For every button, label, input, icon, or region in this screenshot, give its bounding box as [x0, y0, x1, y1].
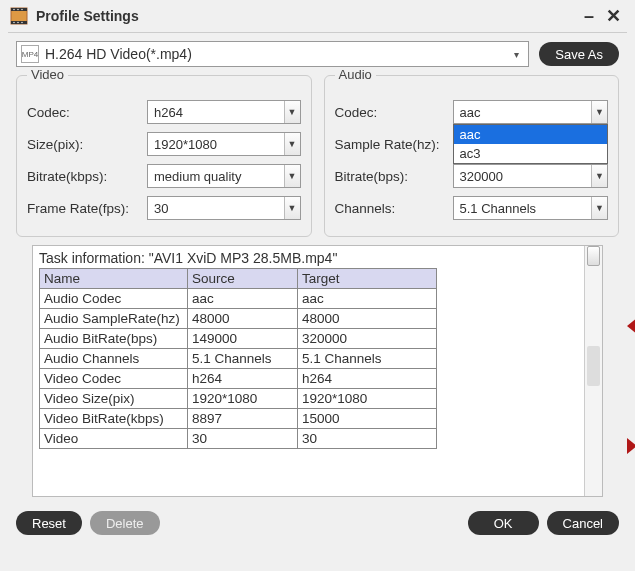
- video-size-value: 1920*1080: [154, 137, 284, 152]
- audio-channels-value: 5.1 Channels: [460, 201, 592, 216]
- table-row: Audio Codecaacaac: [40, 289, 437, 309]
- table-cell: 30: [298, 429, 437, 449]
- profile-select-value: H.264 HD Video(*.mp4): [45, 46, 508, 62]
- table-cell: 5.1 Channels: [188, 349, 298, 369]
- table-cell: Video: [40, 429, 188, 449]
- audio-bitrate-label: Bitrate(bps):: [335, 169, 453, 184]
- audio-codec-dropdown[interactable]: aac ac3: [453, 124, 609, 164]
- scroll-track-mark: [587, 346, 600, 386]
- table-row: Video BitRate(kbps)889715000: [40, 409, 437, 429]
- audio-channels-label: Channels:: [335, 201, 453, 216]
- col-source: Source: [188, 269, 298, 289]
- chevron-down-icon: ▼: [284, 165, 300, 187]
- table-row: Video3030: [40, 429, 437, 449]
- audio-panel: Audio Codec: aac ▼ aac ac3 Sample Rate(h…: [324, 75, 620, 237]
- minimize-button[interactable]: –: [577, 4, 601, 28]
- table-cell: Audio Codec: [40, 289, 188, 309]
- cancel-button[interactable]: Cancel: [547, 511, 619, 535]
- table-cell: h264: [298, 369, 437, 389]
- svg-point-7: [17, 22, 18, 23]
- audio-codec-select[interactable]: aac ▼ aac ac3: [453, 100, 609, 124]
- table-cell: Video BitRate(kbps): [40, 409, 188, 429]
- table-cell: Audio SampleRate(hz): [40, 309, 188, 329]
- reset-button[interactable]: Reset: [16, 511, 82, 535]
- svg-point-4: [17, 9, 18, 10]
- dropdown-arrow-icon: ▾: [508, 49, 524, 60]
- titlebar: Profile Settings – ✕: [0, 0, 635, 32]
- app-icon: [10, 7, 28, 25]
- table-row: Audio SampleRate(hz)4800048000: [40, 309, 437, 329]
- audio-bitrate-value: 320000: [460, 169, 592, 184]
- table-cell: 48000: [298, 309, 437, 329]
- profile-select[interactable]: MP4 H.264 HD Video(*.mp4) ▾: [16, 41, 529, 67]
- task-content: Task information: "AVI1 XviD MP3 28.5MB.…: [33, 246, 584, 496]
- video-framerate-label: Frame Rate(fps):: [27, 201, 147, 216]
- audio-bitrate-select[interactable]: 320000 ▼: [453, 164, 609, 188]
- mp4-icon: MP4: [21, 45, 39, 63]
- scrollbar[interactable]: [584, 246, 602, 496]
- video-panel: Video Codec: h264 ▼ Size(pix): 1920*1080…: [16, 75, 312, 237]
- table-row: Audio Channels5.1 Channels5.1 Channels: [40, 349, 437, 369]
- col-name: Name: [40, 269, 188, 289]
- table-cell: aac: [298, 289, 437, 309]
- table-cell: 48000: [188, 309, 298, 329]
- chevron-down-icon: ▼: [591, 197, 607, 219]
- table-cell: aac: [188, 289, 298, 309]
- delete-button[interactable]: Delete: [90, 511, 160, 535]
- chevron-down-icon: ▼: [284, 197, 300, 219]
- svg-point-8: [21, 22, 22, 23]
- window-title: Profile Settings: [36, 8, 577, 24]
- table-cell: h264: [188, 369, 298, 389]
- svg-point-3: [13, 9, 14, 10]
- profile-row: MP4 H.264 HD Video(*.mp4) ▾ Save As: [0, 33, 635, 71]
- task-info-table: Name Source Target Audio CodecaacaacAudi…: [39, 268, 437, 449]
- table-row: Video Size(pix)1920*10801920*1080: [40, 389, 437, 409]
- table-row: Video Codech264h264: [40, 369, 437, 389]
- audio-codec-label: Codec:: [335, 105, 453, 120]
- chevron-down-icon: ▼: [591, 165, 607, 187]
- table-cell: Video Size(pix): [40, 389, 188, 409]
- video-bitrate-select[interactable]: medium quality ▼: [147, 164, 301, 188]
- video-codec-label: Codec:: [27, 105, 147, 120]
- svg-point-6: [13, 22, 14, 23]
- settings-panels: Video Codec: h264 ▼ Size(pix): 1920*1080…: [0, 71, 635, 245]
- video-codec-value: h264: [154, 105, 284, 120]
- table-cell: 1920*1080: [188, 389, 298, 409]
- audio-codec-option-aac[interactable]: aac: [454, 125, 608, 144]
- table-cell: 320000: [298, 329, 437, 349]
- task-info-area: Task information: "AVI1 XviD MP3 28.5MB.…: [32, 245, 603, 497]
- table-cell: Video Codec: [40, 369, 188, 389]
- table-cell: 30: [188, 429, 298, 449]
- table-cell: Audio BitRate(bps): [40, 329, 188, 349]
- video-codec-select[interactable]: h264 ▼: [147, 100, 301, 124]
- table-cell: 5.1 Channels: [298, 349, 437, 369]
- close-button[interactable]: ✕: [601, 4, 625, 28]
- table-cell: 149000: [188, 329, 298, 349]
- chevron-down-icon: ▼: [284, 133, 300, 155]
- video-legend: Video: [27, 67, 68, 82]
- video-bitrate-value: medium quality: [154, 169, 284, 184]
- audio-channels-select[interactable]: 5.1 Channels ▼: [453, 196, 609, 220]
- save-as-button[interactable]: Save As: [539, 42, 619, 66]
- table-row: Audio BitRate(bps)149000320000: [40, 329, 437, 349]
- nav-prev-button[interactable]: [623, 315, 635, 337]
- task-info-header: Task information: "AVI1 XviD MP3 28.5MB.…: [39, 250, 578, 266]
- audio-codec-value: aac: [460, 105, 592, 120]
- chevron-down-icon: ▼: [591, 101, 607, 123]
- table-cell: 1920*1080: [298, 389, 437, 409]
- video-framerate-select[interactable]: 30 ▼: [147, 196, 301, 220]
- video-size-label: Size(pix):: [27, 137, 147, 152]
- svg-point-5: [21, 9, 22, 10]
- table-cell: Audio Channels: [40, 349, 188, 369]
- nav-next-button[interactable]: [623, 435, 635, 457]
- scroll-thumb[interactable]: [587, 246, 600, 266]
- ok-button[interactable]: OK: [468, 511, 539, 535]
- chevron-down-icon: ▼: [284, 101, 300, 123]
- col-target: Target: [298, 269, 437, 289]
- table-cell: 15000: [298, 409, 437, 429]
- audio-samplerate-label: Sample Rate(hz):: [335, 137, 453, 152]
- audio-codec-option-ac3[interactable]: ac3: [454, 144, 608, 163]
- video-bitrate-label: Bitrate(kbps):: [27, 169, 147, 184]
- video-size-select[interactable]: 1920*1080 ▼: [147, 132, 301, 156]
- video-framerate-value: 30: [154, 201, 284, 216]
